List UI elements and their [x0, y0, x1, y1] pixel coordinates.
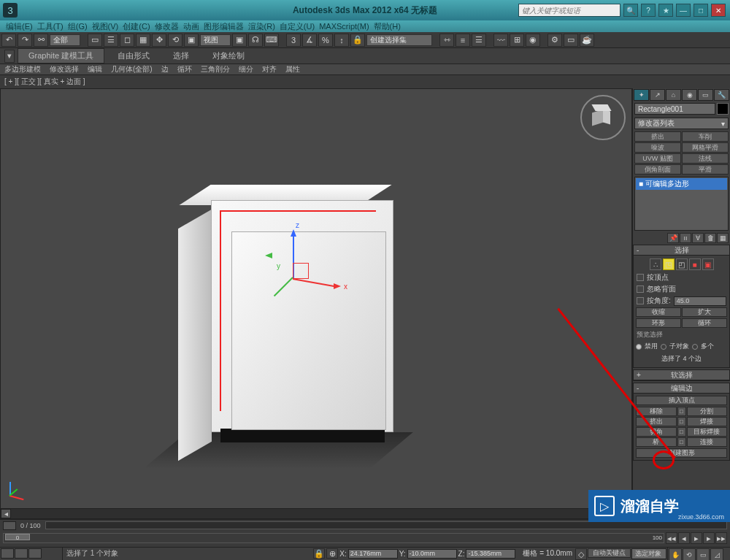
time-track[interactable]	[45, 521, 727, 529]
object-name-field[interactable]: Rectangle001	[634, 103, 715, 115]
angle-spinner[interactable]: 45.0	[674, 296, 726, 306]
app-logo[interactable]: 3	[3, 3, 18, 18]
border-icon[interactable]: ◰	[676, 258, 688, 270]
select-icon[interactable]: ▭	[88, 34, 102, 47]
rollout-head-sel[interactable]: -选择	[634, 245, 729, 256]
spinner-snap-icon[interactable]: ↕	[334, 34, 349, 47]
menu-create[interactable]: 创建(C)	[123, 21, 150, 32]
material-icon[interactable]: ◉	[526, 34, 540, 47]
menu-tools[interactable]: 工具(T)	[37, 21, 64, 32]
pin-icon[interactable]: 📌	[667, 233, 679, 243]
menu-group[interactable]: 组(G)	[68, 21, 88, 32]
connect-button[interactable]: 连接	[687, 437, 728, 447]
layers-icon[interactable]: ☰	[472, 34, 486, 47]
edge-icon[interactable]: ◳	[663, 258, 675, 270]
menu-edit[interactable]: 编辑(E)	[6, 21, 33, 32]
selset-combo[interactable]: 创建选择集	[366, 34, 432, 46]
vertex-icon[interactable]: ∴	[650, 258, 661, 270]
ring-button[interactable]: 环形	[636, 318, 681, 328]
menu-anim[interactable]: 动画	[183, 21, 199, 32]
remove-settings[interactable]: □	[677, 407, 686, 416]
remove-icon[interactable]: 🗑	[704, 233, 716, 243]
config-icon[interactable]: ▦	[717, 233, 729, 243]
motion-tab-icon[interactable]: ◉	[682, 89, 697, 101]
create-shape-button[interactable]: 创建图形	[636, 448, 727, 458]
modifier-stack[interactable]: ■ 可编辑多边形	[634, 177, 729, 231]
listener-icon[interactable]	[15, 548, 28, 559]
play-back-icon[interactable]: ◂◂	[666, 532, 677, 544]
sub-geom[interactable]: 几何体(全部)	[111, 64, 153, 74]
search-input[interactable]	[518, 4, 620, 17]
remove-button[interactable]: 移除	[636, 407, 677, 416]
dolly-icon[interactable]: ▭	[696, 548, 710, 560]
unique-icon[interactable]: ∀	[692, 233, 704, 243]
pan-icon[interactable]: ✋	[669, 548, 682, 560]
sub-tri[interactable]: 三角剖分	[201, 64, 230, 74]
filter-combo[interactable]: 全部	[50, 34, 80, 46]
timeline-slider[interactable]: 0 100	[3, 533, 664, 543]
modify-tab-icon[interactable]: ↗	[650, 89, 665, 101]
modifier-list[interactable]: 修改器列表▾	[634, 118, 729, 129]
mod-meshsmooth[interactable]: 网格平滑	[682, 142, 729, 153]
extrude-settings[interactable]: □	[677, 417, 686, 426]
menu-render[interactable]: 渲染(R)	[248, 21, 275, 32]
viewport-label[interactable]: [ + ][ 正交 ][ 真实 + 边面 ]	[0, 75, 730, 88]
target-weld-button[interactable]: 目标焊接	[687, 427, 728, 437]
schematic-icon[interactable]: ⊞	[510, 34, 524, 47]
menu-graph[interactable]: 图形编辑器	[204, 21, 244, 32]
close-button[interactable]: ✕	[711, 4, 726, 17]
star-icon[interactable]: ★	[658, 4, 673, 17]
sub-prop[interactable]: 属性	[285, 64, 300, 74]
mod-uvw[interactable]: UVW 贴图	[634, 153, 681, 164]
radio-subobj[interactable]	[661, 344, 666, 350]
play-fwd-icon[interactable]: ▸▸	[715, 532, 727, 544]
window-crossing-icon[interactable]: ▦	[136, 34, 150, 47]
snap-3d-icon[interactable]: 3	[286, 34, 301, 47]
align-icon[interactable]: ≡	[456, 34, 470, 47]
render-frame-icon[interactable]: ▭	[564, 34, 578, 47]
lock-icon[interactable]: 🔒	[313, 548, 325, 559]
menu-maxscript[interactable]: MAXScript(M)	[319, 22, 369, 31]
coord-x[interactable]: 24.176mm	[348, 549, 398, 559]
fov-icon[interactable]: ◿	[710, 548, 723, 560]
time-config-icon[interactable]	[3, 521, 16, 530]
chk-byangle[interactable]	[637, 297, 644, 304]
utilities-tab-icon[interactable]: 🔧	[714, 89, 729, 101]
ribbon-min-icon[interactable]: ▾	[4, 50, 15, 63]
show-icon[interactable]: ıı	[680, 233, 691, 243]
rollout-head-edit[interactable]: -编辑边	[634, 383, 729, 394]
rotate-icon[interactable]: ⟲	[168, 34, 182, 47]
mod-smooth[interactable]: 平滑	[682, 164, 729, 174]
step-back-icon[interactable]: ◂	[678, 532, 690, 544]
menu-custom[interactable]: 自定义(U)	[280, 21, 315, 32]
polygon-icon[interactable]: ■	[689, 258, 701, 270]
curve-editor-icon[interactable]: 〰	[493, 34, 508, 47]
select-name-icon[interactable]: ☰	[104, 34, 118, 47]
shrink-button[interactable]: 收缩	[636, 307, 681, 317]
mod-lathe[interactable]: 车削	[682, 131, 729, 142]
mod-normal[interactable]: 法线	[682, 153, 729, 164]
chamfer-button[interactable]: 切角	[636, 427, 677, 437]
minimize-button[interactable]: —	[676, 4, 691, 17]
chk-byvertex[interactable]	[637, 274, 644, 281]
display-tab-icon[interactable]: ▭	[698, 89, 713, 101]
ribbon-tab-freeform[interactable]: 自由形式	[107, 49, 160, 63]
isolate-icon[interactable]	[28, 548, 42, 559]
mod-bevelprof[interactable]: 倒角剖面	[634, 164, 681, 174]
stack-item-epoly[interactable]: ■ 可编辑多边形	[636, 178, 727, 190]
sub-edit[interactable]: 编辑	[88, 64, 102, 74]
help-icon[interactable]: ?	[641, 4, 656, 17]
mod-noise[interactable]: 噪波	[634, 142, 681, 153]
create-tab-icon[interactable]: ✦	[634, 89, 649, 101]
undo-icon[interactable]: ↶	[1, 34, 16, 47]
sub-loop[interactable]: 循环	[177, 64, 192, 74]
search-icon[interactable]: 🔍	[623, 4, 638, 17]
center-icon[interactable]: ▣	[232, 34, 247, 47]
ribbon-tab-select[interactable]: 选择	[163, 49, 199, 63]
move-icon[interactable]: ✥	[152, 34, 166, 47]
hierarchy-tab-icon[interactable]: ⌂	[666, 89, 681, 101]
coord-y[interactable]: -10.0mm	[407, 549, 457, 559]
menu-view[interactable]: 视图(V)	[92, 21, 119, 32]
ribbon-tab-graphite[interactable]: Graphite 建模工具	[18, 48, 104, 64]
menu-help[interactable]: 帮助(H)	[374, 21, 401, 32]
